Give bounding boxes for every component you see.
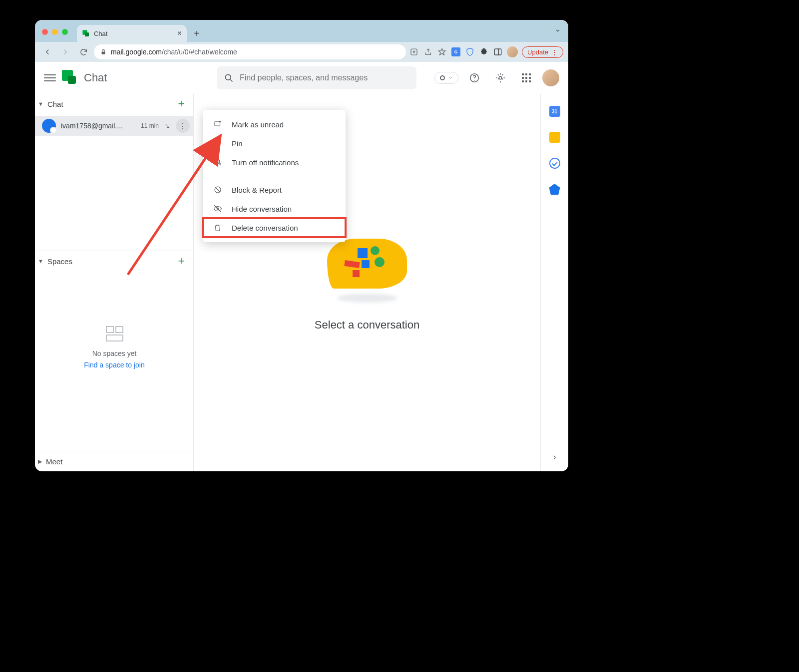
svg-text:G: G: [454, 50, 457, 54]
tab-title: Chat: [94, 30, 173, 37]
translate-extension-icon[interactable]: G: [451, 47, 461, 57]
contact-avatar-icon: [42, 119, 56, 133]
conversation-time: 11 min: [141, 122, 159, 129]
mark-unread-menu-item[interactable]: Mark as unread: [203, 115, 346, 134]
browser-update-button[interactable]: Update⋮: [522, 46, 563, 58]
menu-divider: [213, 176, 336, 176]
conversation-item[interactable]: ivam1758@gmail.... 11 min ⋮: [35, 116, 194, 136]
conversation-more-button[interactable]: ⋮: [176, 119, 190, 133]
sidebar: ▼ Chat + ivam1758@gmail.... 11 min ⋮ ▼ S…: [35, 94, 194, 471]
find-space-link[interactable]: Find a space to join: [84, 361, 144, 369]
status-button[interactable]: [434, 72, 458, 84]
maximize-window-button[interactable]: [62, 29, 68, 35]
new-tab-button[interactable]: +: [190, 26, 204, 40]
menu-label: Mark as unread: [232, 120, 284, 129]
bookmark-star-icon[interactable]: [437, 47, 447, 57]
block-icon: [213, 185, 223, 195]
svg-line-16: [216, 188, 220, 192]
svg-point-8: [225, 74, 231, 80]
url-text: mail.google.com/chat/u/0/#chat/welcome: [111, 48, 237, 56]
help-button[interactable]: [464, 68, 484, 88]
flag-icon: [213, 119, 223, 129]
pin-menu-item[interactable]: Pin: [203, 134, 346, 153]
caret-right-icon: ▶: [38, 458, 42, 465]
back-button[interactable]: [40, 44, 55, 59]
empty-state-illustration: [322, 234, 412, 299]
close-window-button[interactable]: [42, 29, 48, 35]
contacts-panel-button[interactable]: [549, 184, 560, 195]
collapse-panel-button[interactable]: ›: [553, 452, 556, 462]
hide-conversation-menu-item[interactable]: Hide conversation: [203, 199, 346, 218]
chat-favicon-icon: [82, 29, 90, 37]
block-report-menu-item[interactable]: Block & Report: [203, 180, 346, 199]
search-bar[interactable]: [217, 66, 416, 89]
menu-label: Delete conversation: [232, 224, 298, 232]
spaces-section-label: Spaces: [47, 257, 170, 266]
reload-button[interactable]: [76, 44, 91, 59]
svg-point-11: [474, 79, 475, 80]
outgoing-arrow-icon: [164, 122, 171, 129]
spaces-empty-icon: [106, 326, 123, 341]
pin-icon: [213, 138, 223, 148]
extension-icons: G Update⋮: [409, 46, 563, 58]
side-panel: ›: [540, 94, 568, 471]
browser-toolbar: mail.google.com/chat/u/0/#chat/welcome G…: [35, 42, 568, 62]
chevron-down-icon: [448, 75, 453, 80]
svg-rect-1: [85, 32, 89, 36]
conversation-context-menu: Mark as unread Pin Turn off notification…: [203, 110, 346, 242]
bell-off-icon: [213, 157, 223, 167]
share-icon[interactable]: [423, 47, 433, 57]
menu-label: Pin: [232, 139, 243, 148]
menu-label: Block & Report: [232, 186, 282, 194]
svg-rect-2: [102, 51, 105, 54]
tasks-panel-button[interactable]: [549, 158, 560, 169]
window-controls: [42, 29, 68, 35]
chat-section-label: Chat: [47, 100, 170, 108]
browser-profile-avatar[interactable]: [507, 46, 518, 57]
menu-label: Hide conversation: [232, 205, 292, 213]
install-app-icon[interactable]: [409, 47, 419, 57]
spaces-empty-text: No spaces yet: [35, 349, 194, 357]
svg-line-9: [230, 79, 232, 81]
delete-conversation-menu-item[interactable]: Delete conversation: [203, 218, 346, 237]
status-circle-icon: [440, 75, 445, 80]
spaces-empty-state: No spaces yet Find a space to join: [35, 271, 194, 369]
sidepanel-toggle-icon[interactable]: [493, 47, 503, 57]
calendar-panel-button[interactable]: [549, 106, 560, 117]
tabs-dropdown-button[interactable]: [554, 27, 561, 34]
main-menu-button[interactable]: [44, 74, 56, 81]
svg-rect-6: [494, 49, 501, 55]
spaces-section-header[interactable]: ▼ Spaces +: [35, 251, 194, 271]
address-bar[interactable]: mail.google.com/chat/u/0/#chat/welcome: [94, 44, 406, 59]
new-chat-button[interactable]: +: [174, 97, 189, 110]
google-apps-button[interactable]: [516, 68, 536, 88]
close-tab-button[interactable]: ×: [177, 29, 182, 38]
settings-button[interactable]: [490, 68, 510, 88]
svg-rect-13: [215, 122, 220, 126]
search-icon: [224, 73, 234, 83]
browser-tab-bar: Chat × +: [35, 20, 568, 42]
caret-down-icon: ▼: [38, 258, 43, 264]
chat-logo-icon: [62, 70, 78, 86]
minimize-window-button[interactable]: [52, 29, 58, 35]
trash-icon: [213, 223, 223, 233]
app-title: Chat: [84, 71, 107, 84]
main-prompt: Select a conversation: [315, 319, 419, 332]
browser-tab[interactable]: Chat ×: [77, 25, 187, 42]
search-input[interactable]: [240, 73, 409, 82]
svg-point-14: [219, 121, 221, 122]
lock-icon: [100, 48, 107, 55]
meet-section-header[interactable]: ▶ Meet: [35, 451, 194, 471]
keep-panel-button[interactable]: [549, 132, 560, 143]
svg-point-12: [499, 76, 502, 79]
new-space-button[interactable]: +: [174, 255, 189, 268]
turn-off-notifications-menu-item[interactable]: Turn off notifications: [203, 153, 346, 172]
forward-button[interactable]: [58, 44, 73, 59]
eye-off-icon: [213, 204, 223, 214]
extensions-puzzle-icon[interactable]: [479, 47, 489, 57]
account-avatar[interactable]: [542, 69, 559, 86]
chat-section-header[interactable]: ▼ Chat +: [35, 94, 194, 114]
meet-section-label: Meet: [46, 457, 189, 466]
menu-label: Turn off notifications: [232, 158, 299, 167]
shield-extension-icon[interactable]: [465, 47, 475, 57]
